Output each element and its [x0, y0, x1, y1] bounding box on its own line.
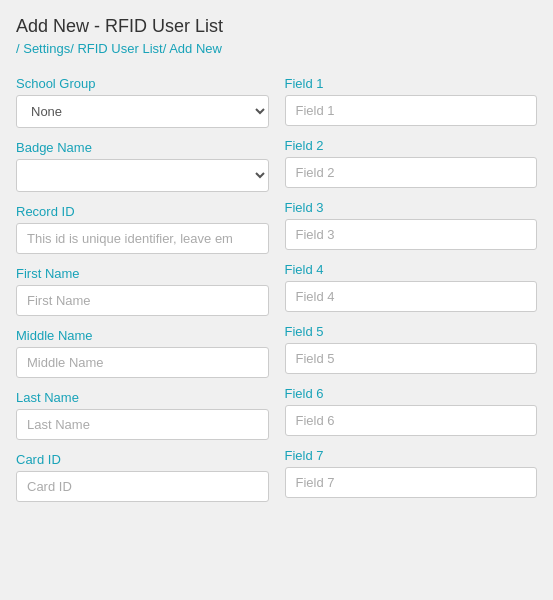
card-id-input[interactable]	[16, 471, 269, 502]
middle-name-input[interactable]	[16, 347, 269, 378]
record-id-input[interactable]	[16, 223, 269, 254]
field1-label: Field 1	[285, 76, 538, 91]
field5-field: Field 5	[285, 324, 538, 374]
first-name-field: First Name	[16, 266, 269, 316]
school-group-field: School Group None	[16, 76, 269, 128]
field1-input[interactable]	[285, 95, 538, 126]
record-id-label: Record ID	[16, 204, 269, 219]
field2-label: Field 2	[285, 138, 538, 153]
field4-input[interactable]	[285, 281, 538, 312]
page-title: Add New - RFID User List	[16, 16, 537, 37]
field1-field: Field 1	[285, 76, 538, 126]
badge-name-select[interactable]	[16, 159, 269, 192]
field5-input[interactable]	[285, 343, 538, 374]
field3-input[interactable]	[285, 219, 538, 250]
field6-field: Field 6	[285, 386, 538, 436]
badge-name-field: Badge Name	[16, 140, 269, 192]
field6-input[interactable]	[285, 405, 538, 436]
breadcrumb: / Settings/ RFID User List/ Add New	[16, 41, 537, 56]
field3-label: Field 3	[285, 200, 538, 215]
field2-input[interactable]	[285, 157, 538, 188]
field3-field: Field 3	[285, 200, 538, 250]
last-name-label: Last Name	[16, 390, 269, 405]
first-name-input[interactable]	[16, 285, 269, 316]
field6-label: Field 6	[285, 386, 538, 401]
form-container: School Group None Badge Name Record ID F…	[16, 76, 537, 514]
middle-name-label: Middle Name	[16, 328, 269, 343]
last-name-field: Last Name	[16, 390, 269, 440]
field4-field: Field 4	[285, 262, 538, 312]
field7-field: Field 7	[285, 448, 538, 498]
school-group-label: School Group	[16, 76, 269, 91]
middle-name-field: Middle Name	[16, 328, 269, 378]
field7-label: Field 7	[285, 448, 538, 463]
last-name-input[interactable]	[16, 409, 269, 440]
field5-label: Field 5	[285, 324, 538, 339]
form-grid: School Group None Badge Name Record ID F…	[16, 76, 537, 514]
right-column: Field 1 Field 2 Field 3 Field 4 Field 5	[285, 76, 538, 514]
card-id-field: Card ID	[16, 452, 269, 502]
record-id-field: Record ID	[16, 204, 269, 254]
left-column: School Group None Badge Name Record ID F…	[16, 76, 269, 514]
school-group-select[interactable]: None	[16, 95, 269, 128]
badge-name-label: Badge Name	[16, 140, 269, 155]
first-name-label: First Name	[16, 266, 269, 281]
card-id-label: Card ID	[16, 452, 269, 467]
field7-input[interactable]	[285, 467, 538, 498]
field4-label: Field 4	[285, 262, 538, 277]
field2-field: Field 2	[285, 138, 538, 188]
